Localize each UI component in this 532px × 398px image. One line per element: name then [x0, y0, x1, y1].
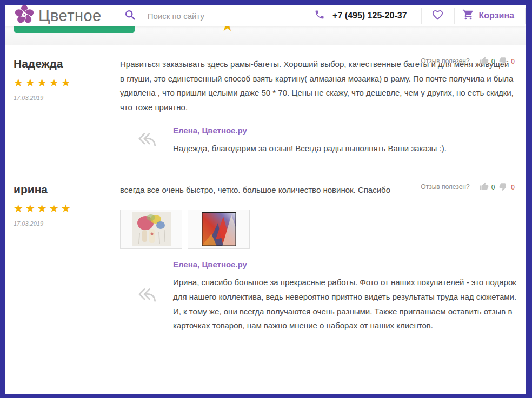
- review-meta-column: ирина ★★★★★ 17.03.2019: [14, 182, 120, 333]
- thumbs-down-button[interactable]: 0: [499, 56, 515, 65]
- review-body-column: всегда все очень быстро, четко. большое …: [120, 182, 517, 333]
- site-search: [124, 9, 256, 23]
- thumbs-down-count: 0: [511, 184, 515, 191]
- thumbs-up-icon: [480, 56, 489, 65]
- header-divider: [525, 8, 526, 24]
- thumbs-down-icon: [499, 56, 508, 65]
- review-rating-stars: ★★★★★: [14, 76, 120, 89]
- store-reply: Елена, Цветное.ру Ирина, спасибо большое…: [120, 260, 517, 333]
- scrolled-content-strip: ★: [5, 26, 526, 45]
- reply-arrow-icon: [120, 287, 173, 306]
- cart-button[interactable]: Корзина: [455, 9, 525, 23]
- review-text: Нравиться заказывать здесь рамы-багеты. …: [120, 57, 517, 115]
- site-logo[interactable]: Цветное: [14, 4, 102, 27]
- cart-label: Корзина: [479, 11, 514, 21]
- search-input[interactable]: [148, 11, 256, 21]
- review-date: 17.03.2019: [14, 95, 120, 101]
- store-reply: Елена, Цветное.ру Надежда, благодарим за…: [120, 126, 517, 156]
- thumbs-down-icon: [499, 182, 508, 191]
- review-item: Отзыв полезен? 0 0 ирина ★★★★★ 17.03.201…: [5, 171, 526, 348]
- review-photo-thumbnail[interactable]: [120, 210, 182, 249]
- flower-logo-icon: [14, 4, 35, 27]
- phone-number[interactable]: +7 (495) 125-20-37: [332, 11, 407, 21]
- reviewer-name: ирина: [14, 183, 120, 196]
- review-helpful-block: Отзыв полезен? 0 0: [421, 182, 515, 191]
- thumbs-up-icon: [480, 182, 489, 191]
- heart-icon: [431, 9, 444, 23]
- thumbs-down-count: 0: [511, 58, 515, 65]
- helpful-question-label: Отзыв полезен?: [421, 57, 469, 65]
- review-date: 17.03.2019: [14, 220, 120, 227]
- photo-umbrellas-painting: [132, 212, 171, 246]
- review-photos: [120, 210, 517, 249]
- reply-text: Ирина, спасибо большое за прекрасные раб…: [173, 275, 517, 333]
- reply-content: Елена, Цветное.ру Ирина, спасибо большое…: [173, 260, 517, 333]
- site-header: Цветное +7 (495) 125-20-37: [5, 5, 526, 26]
- favorites-button[interactable]: [422, 9, 454, 23]
- search-icon[interactable]: [124, 9, 148, 23]
- reviewer-name: Надежда: [14, 57, 120, 70]
- thumbs-up-button[interactable]: 0: [480, 56, 495, 65]
- thumbs-up-count: 0: [491, 58, 495, 65]
- review-helpful-block: Отзыв полезен? 0 0: [421, 56, 515, 65]
- reply-arrow-icon: [120, 132, 173, 150]
- phone-block[interactable]: +7 (495) 125-20-37: [314, 9, 407, 22]
- thumbs-down-button[interactable]: 0: [499, 182, 515, 191]
- review-item: Отзыв полезен? 0 0 Надежда ★★★★★ 17.03.2…: [5, 45, 526, 171]
- phone-icon: [314, 9, 325, 22]
- reply-content: Елена, Цветное.ру Надежда, благодарим за…: [173, 126, 517, 156]
- thumbs-up-button[interactable]: 0: [480, 182, 495, 191]
- photo-abstract-painting: [202, 212, 236, 246]
- cart-icon: [462, 9, 474, 23]
- thumbs-up-count: 0: [491, 184, 495, 191]
- reply-text: Надежда, благодарим за отзыв! Всегда рад…: [173, 141, 517, 156]
- review-photo-thumbnail[interactable]: [188, 210, 250, 249]
- review-rating-stars: ★★★★★: [14, 202, 120, 215]
- helpful-question-label: Отзыв полезен?: [421, 183, 469, 191]
- review-meta-column: Надежда ★★★★★ 17.03.2019: [14, 56, 120, 156]
- rating-star-partial-icon: ★: [221, 26, 234, 35]
- reply-author[interactable]: Елена, Цветное.ру: [173, 126, 517, 135]
- brand-name: Цветное: [38, 7, 102, 25]
- page-frame: Цветное +7 (495) 125-20-37: [0, 0, 532, 398]
- write-review-button-partial[interactable]: [14, 26, 135, 33]
- reply-author[interactable]: Елена, Цветное.ру: [173, 260, 517, 269]
- review-body-column: Нравиться заказывать здесь рамы-багеты. …: [120, 56, 517, 156]
